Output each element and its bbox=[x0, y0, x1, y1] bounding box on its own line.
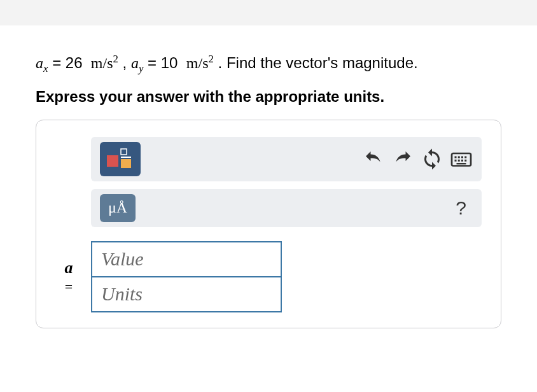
units-toolbar: μÅ ? bbox=[91, 189, 482, 227]
reset-icon bbox=[421, 148, 443, 171]
unit-s-1: s bbox=[107, 55, 113, 71]
top-gray-bar bbox=[0, 0, 537, 25]
ay-variable: a bbox=[131, 55, 139, 71]
comma: , bbox=[123, 54, 131, 71]
period: . bbox=[218, 54, 227, 71]
help-button[interactable]: ? bbox=[449, 197, 473, 219]
redo-icon bbox=[391, 148, 414, 171]
value-input[interactable] bbox=[91, 241, 282, 277]
ax-value: = 26 bbox=[52, 54, 82, 71]
keyboard-icon bbox=[450, 148, 473, 171]
unit-s-2: s bbox=[202, 55, 208, 71]
svg-rect-5 bbox=[455, 156, 457, 158]
units-picker-button[interactable]: μÅ bbox=[100, 194, 136, 222]
svg-rect-12 bbox=[464, 160, 466, 162]
svg-rect-11 bbox=[461, 160, 463, 162]
svg-rect-10 bbox=[458, 160, 460, 162]
unit-exp-1: 2 bbox=[113, 53, 118, 65]
units-input[interactable] bbox=[91, 277, 282, 312]
undo-icon bbox=[362, 148, 385, 171]
formatting-toolbar bbox=[91, 137, 482, 181]
svg-rect-13 bbox=[457, 163, 466, 164]
keyboard-button[interactable] bbox=[450, 148, 473, 171]
answer-input-row: a = bbox=[55, 241, 482, 312]
answer-panel: μÅ ? a = bbox=[36, 120, 501, 328]
redo-button[interactable] bbox=[391, 148, 414, 171]
svg-rect-7 bbox=[461, 156, 463, 158]
answer-fields bbox=[91, 241, 282, 312]
problem-tail: Find the vector's magnitude. bbox=[227, 54, 418, 71]
answer-variable-label: a = bbox=[55, 259, 82, 295]
svg-rect-2 bbox=[121, 159, 131, 168]
answer-variable-letter: a bbox=[65, 258, 73, 277]
equals-sign: = bbox=[55, 279, 82, 295]
ax-variable: a bbox=[36, 55, 43, 71]
ay-subscript: y bbox=[139, 62, 143, 74]
ay-value: = 10 bbox=[148, 54, 178, 71]
content-area: ax = 26 m/s2 , ay = 10 m/s2 . Find the v… bbox=[0, 25, 537, 328]
svg-rect-6 bbox=[458, 156, 460, 158]
ax-subscript: x bbox=[43, 62, 48, 74]
problem-statement: ax = 26 m/s2 , ay = 10 m/s2 . Find the v… bbox=[36, 51, 501, 76]
unit-exp-2: 2 bbox=[209, 53, 214, 65]
reset-button[interactable] bbox=[421, 148, 443, 171]
svg-rect-0 bbox=[107, 155, 118, 167]
unit-m-2: m bbox=[186, 55, 199, 71]
svg-rect-9 bbox=[455, 160, 457, 162]
undo-button[interactable] bbox=[362, 148, 385, 171]
help-label: ? bbox=[456, 197, 466, 219]
instruction-text: Express your answer with the appropriate… bbox=[36, 88, 501, 106]
svg-rect-8 bbox=[464, 156, 466, 158]
template-picker-button[interactable] bbox=[100, 142, 141, 176]
units-picker-label: μÅ bbox=[108, 199, 127, 216]
unit-m-1: m bbox=[91, 55, 103, 71]
svg-rect-1 bbox=[121, 149, 127, 155]
